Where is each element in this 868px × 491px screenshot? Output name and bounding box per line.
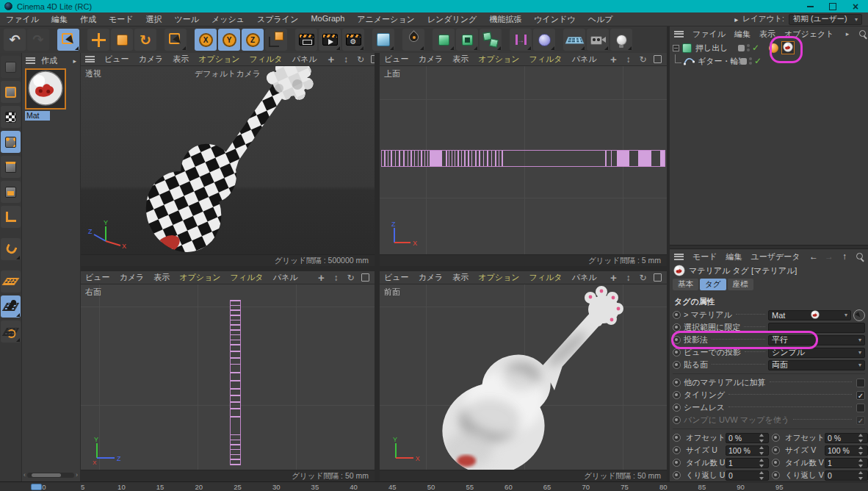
environment-floor-button[interactable] [563, 29, 585, 51]
viewport-menu-オプション[interactable]: オプション [478, 54, 519, 65]
spin-up-icon[interactable] [858, 434, 863, 437]
spinner-stepper[interactable] [858, 434, 865, 442]
viewport-menu-フィルタ[interactable]: フィルタ [529, 54, 563, 65]
hamburger-menu-icon[interactable] [674, 31, 684, 37]
maximize-view-icon[interactable] [361, 273, 370, 282]
menubar-item-MoGraph[interactable]: MoGraph [311, 14, 344, 25]
viewport-menu-カメラ[interactable]: カメラ [120, 272, 145, 283]
spinner-stepper[interactable] [759, 434, 766, 442]
object-manager-menu-表示[interactable]: 表示 [759, 29, 775, 40]
field[interactable]: Mat [768, 310, 851, 320]
keyframe-circle-icon[interactable] [673, 391, 681, 399]
camera-label[interactable]: デフォルトカメラ [81, 68, 375, 79]
viewport-perspective[interactable]: ビューカメラ表示オプションフィルタパネル 透視 デフォルトカメラ Y Z X グ… [81, 53, 375, 266]
axis-z-button[interactable]: Z [242, 29, 264, 51]
spin-down-icon[interactable] [759, 477, 764, 480]
attr-row-checkbox[interactable]: タイリング [673, 389, 865, 401]
menubar-item-レンダリング[interactable]: レンダリング [427, 14, 477, 25]
attr-row-checkbox[interactable]: バンプに UVW マップを使う [673, 414, 865, 426]
object-manager-menu-オブジェクト[interactable]: オブジェクト [784, 29, 834, 40]
attribute-manager-menu-ユーザデータ[interactable]: ユーザデータ [751, 251, 800, 262]
hamburger-menu-icon[interactable] [85, 56, 95, 62]
tab-coordinates[interactable]: 座標 [728, 279, 753, 290]
axis-y-button[interactable]: Y [218, 29, 240, 51]
object-manager-menu-ファイル[interactable]: ファイル [692, 29, 726, 40]
rotate-button[interactable] [134, 29, 156, 51]
scale-button[interactable] [111, 29, 133, 51]
layer-chip[interactable] [738, 45, 745, 51]
attribute-manager-menu-編集[interactable]: 編集 [726, 251, 742, 262]
viewport-menu-カメラ[interactable]: カメラ [139, 54, 164, 65]
menubar-item-メッシュ[interactable]: メッシュ [211, 14, 245, 25]
viewport-menu-ビュー[interactable]: ビュー [104, 54, 129, 65]
keyframe-circle-icon[interactable] [673, 459, 681, 467]
menubar-item-選択[interactable]: 選択 [146, 14, 162, 25]
keyframe-circle-icon[interactable] [673, 323, 681, 331]
spin-down-icon[interactable] [858, 477, 863, 480]
keyframe-circle-icon[interactable] [673, 361, 681, 369]
material-thumbnail[interactable] [25, 68, 66, 110]
attr-row-checkbox[interactable]: 他のマテリアルに加算 [673, 376, 865, 389]
visibility-dots-icon[interactable] [747, 44, 750, 47]
dolly-icon[interactable] [331, 273, 341, 282]
live-selection-button[interactable] [57, 29, 79, 51]
viewport-menu-オプション[interactable]: オプション [179, 272, 220, 283]
viewport-menu-フィルタ[interactable]: フィルタ [529, 272, 563, 283]
points-mode-button[interactable] [1, 131, 21, 153]
viewport-menu-ビュー[interactable]: ビュー [384, 54, 409, 65]
keyframe-circle-icon[interactable] [673, 348, 681, 356]
spline-pen-button[interactable] [402, 29, 424, 51]
hamburger-menu-icon[interactable] [26, 57, 35, 64]
spin-up-icon[interactable] [858, 471, 863, 474]
scroll-left-icon[interactable]: ‹ [23, 471, 26, 479]
lock-workplane-button[interactable] [1, 295, 21, 318]
menubar-item-編集[interactable]: 編集 [51, 14, 68, 25]
material-picker-button[interactable] [853, 309, 865, 321]
enabled-check-icon[interactable] [754, 56, 762, 66]
spinner-stepper[interactable] [759, 446, 766, 455]
viewport-menu-ビュー[interactable]: ビュー [384, 272, 409, 283]
attr-row-checkbox[interactable]: シームレス [673, 401, 865, 414]
dolly-icon[interactable] [341, 54, 350, 64]
spin-up-icon[interactable] [759, 471, 764, 474]
spinner-stepper[interactable] [858, 446, 865, 455]
field[interactable] [768, 323, 865, 333]
viewport-menu-フィルタ[interactable]: フィルタ [231, 272, 264, 283]
viewport-menu-パネル[interactable]: パネル [292, 54, 317, 65]
dropdown-field[interactable]: 平行 [768, 335, 865, 345]
layout-select[interactable]: 初期 (ユーザー) [789, 14, 862, 25]
camera-button[interactable] [587, 29, 609, 51]
rotate-view-icon[interactable] [346, 273, 355, 282]
keyframe-circle-icon[interactable] [772, 446, 780, 454]
viewport-menu-表示[interactable]: 表示 [153, 272, 170, 283]
spinner-stepper[interactable] [858, 471, 865, 480]
attr-row-text[interactable]: 選択範囲に限定 [673, 321, 865, 334]
keyframe-circle-icon[interactable] [772, 471, 780, 479]
spin-down-icon[interactable] [858, 440, 863, 442]
attr-row-material[interactable]: > マテリアルMat [673, 309, 865, 321]
layer-chip[interactable] [740, 58, 747, 65]
pan-icon[interactable] [609, 273, 618, 282]
spinner-stepper[interactable] [759, 459, 766, 467]
phong-tag-icon[interactable] [769, 43, 778, 53]
viewport-menu-パネル[interactable]: パネル [572, 54, 597, 65]
keyframe-circle-icon[interactable] [772, 434, 780, 442]
spin-down-icon[interactable] [759, 465, 764, 467]
fields-button[interactable] [533, 29, 555, 51]
light-button[interactable] [610, 29, 632, 51]
menu-overflow-icon[interactable] [734, 15, 738, 24]
keyframe-circle-icon[interactable] [673, 471, 681, 479]
maximize-view-icon[interactable] [653, 273, 662, 282]
number-field[interactable]: 0 % [825, 433, 868, 443]
scroll-right-icon[interactable]: › [76, 471, 78, 479]
menubar-item-ファイル[interactable]: ファイル [6, 14, 39, 25]
number-field[interactable]: 0 [726, 470, 769, 481]
back-icon[interactable] [809, 252, 819, 262]
maximize-view-icon[interactable] [653, 54, 662, 64]
attr-row-dropdown[interactable]: 貼る面両面 [673, 359, 865, 371]
viewport-menu-カメラ[interactable]: カメラ [419, 54, 444, 65]
menubar-item-ヘルプ[interactable]: ヘルプ [588, 14, 613, 25]
generators-button[interactable] [456, 29, 478, 51]
spin-down-icon[interactable] [858, 465, 863, 467]
viewport-right[interactable]: ビューカメラ表示オプションフィルタパネル 右面 Y Z X グリッド間隔 : 5… [81, 271, 375, 481]
